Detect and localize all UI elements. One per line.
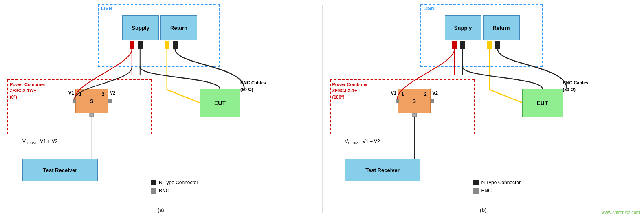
diagram-a: LISN Supply Return Power Combiner ZFSC-2…: [0, 0, 322, 218]
tr-label-b: Test Receiver: [365, 167, 400, 173]
formula-b: VS_DM= V1 – V2: [345, 139, 380, 145]
legend-n-label-a: N Type Connector: [159, 180, 198, 185]
bnc-cables-label-b: BNC Cables (50 Ω): [563, 79, 589, 93]
supply-label-a: Supply: [132, 25, 149, 31]
bnc-line2-b: (50 Ω): [563, 86, 589, 93]
pc-num2-b: 2: [424, 92, 426, 97]
bnc-line2-a: (50 Ω): [240, 86, 266, 93]
conn-gray-a-left: [73, 99, 76, 103]
legend-bnc-b: BNC: [473, 188, 521, 194]
lisn-supply-a: Supply: [122, 15, 159, 40]
legend-b: N Type Connector BNC: [473, 180, 521, 194]
conn-yellow-a1: [165, 41, 169, 49]
bnc-cables-label-a: BNC Cables (50 Ω): [240, 79, 266, 93]
formula-eq-a: = V1 + V2: [36, 139, 57, 144]
eut-block-b: EUT: [522, 89, 563, 117]
conn-black-b1: [460, 41, 465, 49]
pc-label-b: Power Combiner ZFSCJ-2-1+ (180°): [332, 81, 368, 100]
lisn-return-b: Return: [483, 15, 520, 40]
pc-s-a: S: [90, 98, 94, 104]
pc-combiner-b: 1 S 2: [398, 89, 431, 113]
eut-label-a: EUT: [214, 100, 226, 106]
legend-bnc-icon-b: [473, 188, 479, 194]
pc-line3-a: (0°): [10, 94, 45, 100]
pc-num1-a: 1: [79, 92, 81, 97]
formula-v-a: V: [22, 139, 26, 144]
supply-label-b: Supply: [454, 25, 472, 31]
legend-n-label-b: N Type Connector: [481, 180, 521, 185]
formula-v-b: V: [345, 139, 348, 144]
conn-black-a2: [173, 41, 178, 49]
pc-label-a: Power Combiner ZFSC-2-1W+ (0°): [10, 81, 45, 100]
tr-block-b: Test Receiver: [345, 159, 420, 181]
legend-bnc-label-a: BNC: [159, 188, 169, 194]
return-label-b: Return: [493, 25, 510, 31]
conn-gray-b-left: [396, 99, 399, 103]
conn-yellow-b1: [487, 41, 492, 49]
svg-line-3: [167, 90, 200, 103]
conn-gray-b-bottom: [413, 113, 417, 117]
formula-eq-b: = V1 – V2: [358, 139, 380, 144]
caption-a: (a): [158, 207, 164, 213]
legend-a: N Type Connector BNC: [151, 180, 198, 194]
main-container: LISN Supply Return Power Combiner ZFSC-2…: [0, 0, 644, 218]
pc-line2-b: ZFSCJ-2-1+: [332, 88, 368, 94]
pc-line1-a: Power Combiner: [10, 81, 45, 88]
legend-bnc-a: BNC: [151, 188, 198, 194]
conn-red-b1: [452, 41, 457, 49]
eut-label-b: EUT: [537, 100, 548, 106]
tr-label-a: Test Receiver: [43, 167, 77, 173]
v1-label-a: V1: [68, 90, 74, 95]
pc-num2-a: 2: [102, 92, 104, 97]
legend-n-icon-a: [151, 180, 156, 185]
pc-num1-b: 1: [402, 92, 404, 97]
lisn-blocks-a: Supply Return: [122, 15, 197, 40]
formula-sub-a: S_CM: [26, 141, 36, 145]
v1-label-b: V1: [391, 90, 396, 95]
conn-black-b2: [495, 41, 500, 49]
legend-bnc-icon-a: [151, 188, 156, 194]
legend-n-type-b: N Type Connector: [473, 180, 521, 185]
legend-n-type-a: N Type Connector: [151, 180, 198, 185]
pc-line3-b: (180°): [332, 94, 368, 100]
lisn-label-a: LISN: [101, 6, 112, 11]
svg-line-9: [489, 90, 522, 103]
return-label-a: Return: [170, 25, 187, 31]
pc-s-b: S: [412, 98, 416, 104]
lisn-label-b: LISN: [424, 6, 435, 11]
watermark: www.cntronics.com: [602, 210, 640, 215]
legend-bnc-label-b: BNC: [481, 188, 492, 194]
conn-gray-a-bottom: [90, 113, 94, 117]
lisn-supply-b: Supply: [445, 15, 481, 40]
eut-block-a: EUT: [200, 89, 240, 117]
bnc-line1-a: BNC Cables: [240, 79, 266, 86]
bnc-line1-b: BNC Cables: [563, 79, 589, 86]
v2-label-a: V2: [110, 90, 115, 95]
tr-block-a: Test Receiver: [22, 159, 98, 181]
v2-label-b: V2: [433, 90, 438, 95]
conn-red-a1: [130, 41, 134, 49]
pc-line2-a: ZFSC-2-1W+: [10, 88, 45, 94]
lisn-blocks-b: Supply Return: [445, 15, 520, 40]
legend-n-icon-b: [473, 180, 479, 185]
pc-line1-b: Power Combiner: [332, 81, 368, 88]
formula-sub-b: S_DM: [348, 141, 358, 145]
formula-a: VS_CM= V1 + V2: [22, 139, 57, 145]
conn-gray-a-right: [108, 99, 112, 103]
conn-gray-b-right: [431, 99, 434, 103]
pc-combiner-a: 1 S 2: [75, 89, 108, 113]
lisn-return-a: Return: [160, 15, 197, 40]
caption-b: (b): [480, 207, 487, 213]
diagram-b: LISN Supply Return Power Combiner ZFSCJ-…: [323, 0, 644, 218]
conn-black-a1: [138, 41, 143, 49]
